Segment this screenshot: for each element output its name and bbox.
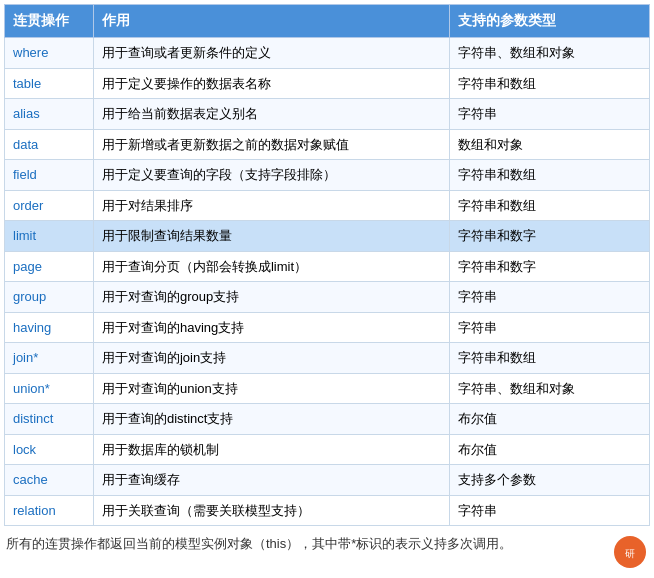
cell-desc: 用于定义要操作的数据表名称	[93, 68, 449, 99]
cell-type: 数组和对象	[449, 129, 649, 160]
cell-type: 字符串和数组	[449, 190, 649, 221]
cell-type: 布尔值	[449, 434, 649, 465]
cell-type: 字符串、数组和对象	[449, 38, 649, 69]
table-row: join*用于对查询的join支持字符串和数组	[5, 343, 650, 374]
footer-text: 所有的连贯操作都返回当前的模型实例对象（this），其中带*标识的表示义持多次调…	[6, 534, 604, 555]
cell-type: 支持多个参数	[449, 465, 649, 496]
table-row: table用于定义要操作的数据表名称字符串和数组	[5, 68, 650, 99]
cell-op: cache	[5, 465, 94, 496]
cell-desc: 用于对查询的join支持	[93, 343, 449, 374]
header-op: 连贯操作	[5, 5, 94, 38]
table-header-row: 连贯操作 作用 支持的参数类型	[5, 5, 650, 38]
cell-type: 字符串和数字	[449, 221, 649, 252]
cell-desc: 用于查询缓存	[93, 465, 449, 496]
cell-op: relation	[5, 495, 94, 526]
cell-type: 字符串和数组	[449, 68, 649, 99]
cell-op: table	[5, 68, 94, 99]
cell-op: order	[5, 190, 94, 221]
table-row: limit用于限制查询结果数量字符串和数字	[5, 221, 650, 252]
cell-desc: 用于关联查询（需要关联模型支持）	[93, 495, 449, 526]
table-container: 连贯操作 作用 支持的参数类型 where用于查询或者更新条件的定义字符串、数组…	[0, 0, 654, 526]
cell-desc: 用于对查询的union支持	[93, 373, 449, 404]
table-row: distinct用于查询的distinct支持布尔值	[5, 404, 650, 435]
cell-desc: 用于新增或者更新数据之前的数据对象赋值	[93, 129, 449, 160]
chaining-ops-table: 连贯操作 作用 支持的参数类型 where用于查询或者更新条件的定义字符串、数组…	[4, 4, 650, 526]
table-row: where用于查询或者更新条件的定义字符串、数组和对象	[5, 38, 650, 69]
table-row: data用于新增或者更新数据之前的数据对象赋值数组和对象	[5, 129, 650, 160]
cell-op: field	[5, 160, 94, 191]
cell-desc: 用于给当前数据表定义别名	[93, 99, 449, 130]
cell-desc: 用于对结果排序	[93, 190, 449, 221]
cell-type: 字符串和数组	[449, 343, 649, 374]
cell-type: 布尔值	[449, 404, 649, 435]
cell-op: group	[5, 282, 94, 313]
cell-desc: 用于定义要查询的字段（支持字段排除）	[93, 160, 449, 191]
svg-text:研: 研	[625, 548, 635, 559]
cell-desc: 用于查询分页（内部会转换成limit）	[93, 251, 449, 282]
cell-op: data	[5, 129, 94, 160]
cell-desc: 用于对查询的group支持	[93, 282, 449, 313]
table-row: relation用于关联查询（需要关联模型支持）字符串	[5, 495, 650, 526]
cell-op: alias	[5, 99, 94, 130]
header-desc: 作用	[93, 5, 449, 38]
table-row: page用于查询分页（内部会转换成limit）字符串和数字	[5, 251, 650, 282]
cell-type: 字符串、数组和对象	[449, 373, 649, 404]
cell-type: 字符串	[449, 282, 649, 313]
table-row: cache用于查询缓存支持多个参数	[5, 465, 650, 496]
cell-desc: 用于限制查询结果数量	[93, 221, 449, 252]
cell-op: page	[5, 251, 94, 282]
table-row: order用于对结果排序字符串和数组	[5, 190, 650, 221]
table-row: lock用于数据库的锁机制布尔值	[5, 434, 650, 465]
cell-op: limit	[5, 221, 94, 252]
cell-type: 字符串	[449, 99, 649, 130]
logo-area: 研	[612, 534, 648, 570]
table-row: field用于定义要查询的字段（支持字段排除）字符串和数组	[5, 160, 650, 191]
header-type: 支持的参数类型	[449, 5, 649, 38]
logo-icon: 研	[612, 534, 648, 570]
cell-desc: 用于查询或者更新条件的定义	[93, 38, 449, 69]
table-row: having用于对查询的having支持字符串	[5, 312, 650, 343]
cell-desc: 用于数据库的锁机制	[93, 434, 449, 465]
cell-type: 字符串和数字	[449, 251, 649, 282]
footer-note: 所有的连贯操作都返回当前的模型实例对象（this），其中带*标识的表示义持多次调…	[0, 526, 654, 576]
cell-op: lock	[5, 434, 94, 465]
cell-op: union*	[5, 373, 94, 404]
cell-desc: 用于对查询的having支持	[93, 312, 449, 343]
cell-op: join*	[5, 343, 94, 374]
cell-desc: 用于查询的distinct支持	[93, 404, 449, 435]
cell-op: where	[5, 38, 94, 69]
cell-op: having	[5, 312, 94, 343]
cell-op: distinct	[5, 404, 94, 435]
cell-type: 字符串	[449, 495, 649, 526]
table-row: group用于对查询的group支持字符串	[5, 282, 650, 313]
table-row: union*用于对查询的union支持字符串、数组和对象	[5, 373, 650, 404]
table-row: alias用于给当前数据表定义别名字符串	[5, 99, 650, 130]
cell-type: 字符串和数组	[449, 160, 649, 191]
cell-type: 字符串	[449, 312, 649, 343]
